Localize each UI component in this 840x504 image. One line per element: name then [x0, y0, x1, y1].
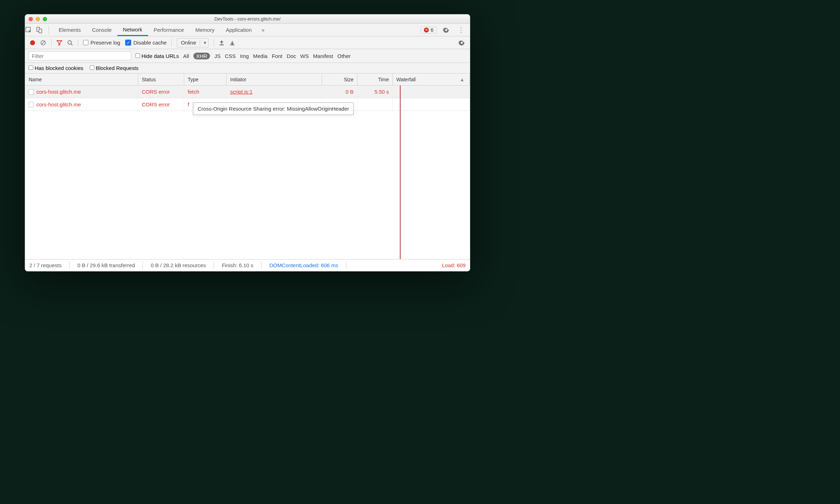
- filter-type-all[interactable]: All: [183, 53, 189, 59]
- filter-type-ws[interactable]: WS: [300, 53, 309, 59]
- column-header-status[interactable]: Status: [138, 74, 184, 85]
- window-titlebar: DevTools - cors-errors.glitch.me/: [25, 14, 470, 24]
- blocked-requests-checkbox[interactable]: Blocked Requests: [90, 65, 139, 71]
- has-blocked-cookies-label: Has blocked cookies: [35, 65, 83, 71]
- divider: [214, 39, 214, 47]
- tabbar-right: ✕ 6 ⋮: [421, 26, 470, 34]
- column-header-waterfall-label: Waterfall: [396, 77, 416, 82]
- tab-memory[interactable]: Memory: [189, 24, 220, 36]
- hide-data-urls-checkbox[interactable]: Hide data URLs: [135, 53, 179, 59]
- divider: [171, 39, 172, 47]
- devtools-tabbar: Elements Console Network Performance Mem…: [25, 24, 470, 36]
- filter-type-xhr[interactable]: XHR: [193, 53, 210, 59]
- request-name: cors-host.glitch.me: [36, 101, 81, 107]
- divider: [142, 262, 143, 269]
- tab-list: Elements Console Network Performance Mem…: [53, 24, 257, 36]
- requests-table-header: Name Status Type Initiator Size Time Wat…: [25, 74, 470, 86]
- has-blocked-cookies-checkbox[interactable]: Has blocked cookies: [29, 65, 83, 71]
- request-time: [357, 98, 393, 111]
- file-icon: [29, 89, 34, 95]
- request-size: 0 B: [322, 86, 357, 98]
- sort-indicator-icon: ▲: [460, 77, 465, 82]
- filter-input[interactable]: [29, 51, 131, 60]
- request-type: fetch: [184, 86, 227, 98]
- preserve-log-input[interactable]: [83, 40, 88, 45]
- preserve-log-checkbox[interactable]: Preserve log: [83, 40, 120, 46]
- column-header-name[interactable]: Name: [25, 74, 138, 85]
- export-har-icon[interactable]: [229, 40, 235, 46]
- throttling-select[interactable]: Online ▾: [177, 38, 208, 47]
- filter-type-manifest[interactable]: Manifest: [313, 53, 333, 59]
- divider: [48, 26, 49, 34]
- column-header-time[interactable]: Time: [357, 74, 393, 85]
- status-bar: 2 / 7 requests 0 B / 29.6 kB transferred…: [25, 259, 470, 271]
- filter-type-other[interactable]: Other: [337, 53, 351, 59]
- request-time: 5.50 s: [357, 86, 393, 98]
- filter-type-doc[interactable]: Doc: [287, 53, 296, 59]
- throttling-value: Online: [177, 40, 199, 46]
- column-header-waterfall[interactable]: Waterfall ▲: [393, 74, 470, 85]
- inspect-element-icon[interactable]: [25, 27, 36, 34]
- disable-cache-checkbox[interactable]: ✓ Disable cache: [125, 40, 167, 46]
- settings-gear-icon[interactable]: [441, 27, 451, 33]
- disable-cache-checked-icon: ✓: [125, 40, 131, 46]
- waterfall-area: [393, 86, 470, 259]
- filter-type-css[interactable]: CSS: [225, 53, 236, 59]
- status-resources: 0 B / 28.2 kB resources: [151, 262, 206, 268]
- status-requests: 2 / 7 requests: [29, 262, 62, 268]
- window-title: DevTools - cors-errors.glitch.me/: [25, 16, 470, 22]
- disable-cache-label: Disable cache: [133, 40, 167, 46]
- devtools-window: DevTools - cors-errors.glitch.me/ Elemen…: [25, 14, 470, 271]
- chevron-down-icon: ▾: [200, 40, 208, 46]
- tab-console[interactable]: Console: [87, 24, 117, 36]
- network-settings-gear-icon[interactable]: [459, 40, 465, 46]
- cors-error-tooltip: Cross-Origin Resource Sharing error: Mis…: [193, 102, 354, 115]
- divider: [78, 39, 78, 47]
- hide-data-urls-label: Hide data URLs: [141, 53, 179, 59]
- status-load: Load: 609: [442, 262, 466, 268]
- tabs-overflow-icon[interactable]: »: [262, 27, 264, 33]
- tab-network[interactable]: Network: [117, 24, 148, 36]
- column-header-type[interactable]: Type: [184, 74, 227, 85]
- import-har-icon[interactable]: [219, 40, 224, 46]
- waterfall-load-line: [400, 86, 401, 259]
- file-icon: [29, 102, 34, 107]
- divider: [261, 262, 262, 269]
- preserve-log-label: Preserve log: [91, 40, 120, 46]
- more-options-icon[interactable]: ⋮: [456, 26, 466, 34]
- device-toggle-icon[interactable]: [36, 27, 46, 34]
- search-icon[interactable]: [67, 40, 73, 46]
- svg-rect-2: [39, 29, 42, 33]
- tab-application[interactable]: Application: [220, 24, 257, 36]
- network-toolbar: Preserve log ✓ Disable cache Online ▾: [25, 36, 470, 49]
- error-icon: ✕: [424, 28, 429, 33]
- error-count: 6: [431, 27, 433, 33]
- request-status: CORS error: [138, 98, 184, 111]
- requests-table-body: cors-host.glitch.me CORS error fetch scr…: [25, 86, 470, 259]
- tab-elements[interactable]: Elements: [53, 24, 87, 36]
- filter-type-js[interactable]: JS: [214, 53, 221, 59]
- filter-type-img[interactable]: Img: [240, 53, 249, 59]
- column-header-size[interactable]: Size: [322, 74, 357, 85]
- hide-data-urls-input[interactable]: [135, 53, 140, 58]
- has-blocked-cookies-input[interactable]: [29, 65, 33, 70]
- column-header-initiator[interactable]: Initiator: [227, 74, 322, 85]
- blocked-requests-input[interactable]: [90, 65, 94, 70]
- svg-line-6: [71, 44, 72, 45]
- filter-type-media[interactable]: Media: [253, 53, 268, 59]
- filter-toggle-icon[interactable]: [57, 40, 62, 46]
- status-transferred: 0 B / 29.6 kB transferred: [77, 262, 135, 268]
- svg-point-5: [68, 41, 71, 44]
- request-name: cors-host.glitch.me: [36, 89, 81, 95]
- filter-type-font[interactable]: Font: [272, 53, 282, 59]
- filter-bar: Hide data URLs All XHR JS CSS Img Media …: [25, 49, 470, 63]
- error-count-badge[interactable]: ✕ 6: [421, 27, 437, 34]
- status-dcl: DOMContentLoaded: 606 ms: [269, 262, 338, 268]
- filter-bar-row2: Has blocked cookies Blocked Requests: [25, 63, 470, 74]
- clear-button[interactable]: [40, 40, 46, 46]
- tab-performance[interactable]: Performance: [148, 24, 190, 36]
- request-initiator[interactable]: script.js:1: [230, 89, 252, 95]
- record-button[interactable]: [30, 40, 35, 45]
- divider: [69, 262, 70, 269]
- divider: [346, 262, 346, 269]
